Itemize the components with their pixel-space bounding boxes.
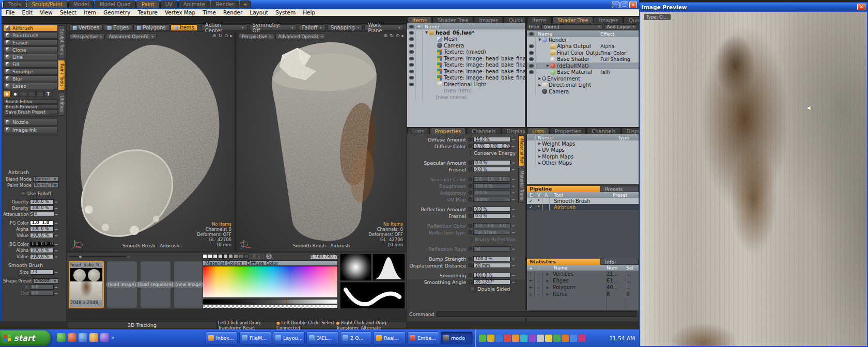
tray-icon[interactable] — [504, 335, 511, 342]
mini-slider-icon[interactable]: ◄► — [54, 243, 58, 246]
mini-slider-icon[interactable]: ◄► — [54, 207, 58, 210]
tool-button[interactable]: Smudge — [3, 68, 58, 75]
swatch[interactable] — [234, 254, 238, 259]
shader-row[interactable]: Camera — [527, 88, 639, 95]
panel-tab[interactable]: Items — [527, 17, 552, 23]
enable-check-icon[interactable]: ✓ — [527, 198, 535, 204]
menu-item[interactable]: Render — [220, 9, 246, 16]
out-field[interactable]: 0.0 — [30, 291, 54, 296]
panel-tab[interactable]: Lists — [407, 128, 429, 134]
panel-tab[interactable]: Channels — [467, 128, 501, 134]
poly-tip-button[interactable]: ▱ — [36, 91, 44, 97]
swatch[interactable] — [239, 254, 243, 259]
prop-field[interactable]: 100.0 % — [30, 227, 54, 232]
tray-icon[interactable] — [570, 335, 577, 342]
eye-icon[interactable] — [529, 64, 534, 68]
tray-icon[interactable] — [529, 335, 536, 342]
envelope-toggle[interactable] — [468, 224, 472, 228]
envelope-toggle[interactable] — [468, 191, 472, 195]
quick-launch-icon[interactable] — [57, 333, 66, 342]
expander-icon[interactable]: ▶ — [542, 292, 553, 296]
mini-slider-icon[interactable]: ◄► — [510, 224, 516, 227]
envelope-toggle[interactable] — [468, 137, 472, 141]
name-column-header[interactable]: Name — [536, 31, 552, 37]
image-slot-button[interactable]: (load sequence) — [140, 261, 171, 308]
preview-type-label[interactable]: Type: Cl... — [644, 14, 671, 20]
enable-check-icon[interactable]: ✓ — [527, 204, 535, 210]
panel-tab[interactable]: Images — [594, 17, 623, 23]
item-row[interactable]: (new scene) — [407, 94, 525, 101]
mini-slider-icon[interactable]: ◄► — [510, 231, 516, 234]
viewport-tab[interactable]: Model — [68, 1, 94, 8]
shader-row[interactable]: Base Shader Full Shading — [527, 56, 639, 63]
mini-slider-icon[interactable]: ◄► — [54, 234, 58, 237]
eye-icon[interactable] — [529, 70, 534, 74]
envelope-toggle[interactable] — [468, 214, 472, 218]
pipeline-row[interactable]: ✓ • Airbrush — [527, 204, 639, 210]
map-list-row[interactable]: ▶ Weight Maps — [527, 140, 639, 147]
shader-row[interactable]: ▶ Directional Light — [527, 82, 639, 89]
viewport-tab[interactable]: Model Quad — [95, 1, 136, 8]
envelope-toggle[interactable] — [468, 144, 472, 148]
taskbar-button[interactable]: Emba... — [407, 332, 439, 344]
viewport-menu-icon[interactable]: ▸ — [230, 33, 233, 38]
mini-slider-icon[interactable]: ◄► — [510, 168, 516, 171]
orbit-icon[interactable]: ↻ — [390, 33, 394, 38]
property-field[interactable]: 0.0 % — [473, 213, 510, 218]
property-field[interactable]: 0.0 % — [473, 160, 510, 165]
property-field[interactable]: 100.0 % — [473, 183, 510, 188]
close-button[interactable]: ✕ — [629, 2, 637, 8]
shader-row[interactable]: Alpha Output Alpha — [527, 43, 639, 50]
tool-button[interactable]: Blur — [3, 75, 58, 82]
toolbar-dropdown[interactable]: Falloff▾ — [299, 24, 326, 31]
panel-tab[interactable]: Items — [407, 17, 432, 23]
envelope-toggle[interactable] — [468, 247, 472, 251]
mini-slider-icon[interactable]: ◄► — [54, 222, 58, 225]
material-vertical-tab[interactable]: Material Trans — [518, 168, 524, 203]
pipeline-row[interactable]: ✓ • Smooth Brush — [527, 198, 639, 204]
expander-icon[interactable]: ▶ — [537, 154, 542, 159]
shader-row[interactable]: Base Material (all) — [527, 69, 639, 76]
prop-field[interactable]: 0.0 0.0 0.0 — [30, 242, 54, 247]
taskbar-button[interactable]: modo — [441, 332, 473, 344]
pan-icon[interactable]: ⊕ — [212, 33, 216, 38]
toolbar-dropdown[interactable]: Symmetry: Off▾ — [249, 24, 297, 31]
tool-button[interactable]: Airbrush — [3, 25, 58, 31]
shader-row[interactable]: ▼ Render — [527, 37, 639, 43]
tool-button[interactable]: Fill — [3, 61, 58, 68]
filter-select[interactable]: (none)▾ — [541, 24, 602, 30]
menu-item[interactable]: Texture — [134, 9, 161, 16]
menu-item[interactable]: Time — [199, 9, 220, 16]
viewport-tab[interactable]: Animate — [178, 1, 210, 8]
mini-slider-icon[interactable]: ◄► — [54, 200, 58, 203]
menu-item[interactable]: Vertex Map — [161, 9, 199, 16]
brush-link[interactable]: Save Brush Preset — [3, 109, 58, 114]
viewport-tab[interactable]: Render — [211, 1, 240, 8]
item-row[interactable]: Texture: Image: head_bake_final_02d (6) — [407, 75, 525, 82]
menu-item[interactable]: Geometry — [100, 9, 134, 16]
expander-icon[interactable]: ▶ — [537, 148, 542, 152]
item-row[interactable]: Camera — [407, 42, 525, 49]
projection-button[interactable]: Perspective▾ — [239, 34, 274, 39]
item-row[interactable]: Texture: (mixed) — [407, 49, 525, 56]
item-row[interactable]: Texture: Image: head_bake_final_02d (3) — [407, 55, 525, 62]
shader-row[interactable]: ▶ (defaultMat) — [527, 62, 639, 69]
panel-tab[interactable]: Quick Tips — [504, 17, 525, 23]
viewport-left[interactable]: Perspective▾ Advanced OpenGL▾ ⊕↻⊙▸ — [67, 32, 236, 251]
envelope-toggle[interactable] — [468, 263, 472, 267]
property-field[interactable]: 15.0 % — [473, 137, 510, 142]
ink-button[interactable]: Image Ink — [3, 127, 58, 133]
menu-item[interactable]: View — [36, 9, 56, 16]
property-field[interactable]: 0.0 % — [473, 207, 510, 212]
soft-tip-button[interactable] — [3, 91, 11, 97]
taskbar-button[interactable]: Inbox... — [206, 332, 238, 344]
prop-field[interactable]: 100.0 % — [30, 206, 54, 211]
stone-mesh-right[interactable] — [246, 36, 401, 243]
menu-item[interactable]: Item — [80, 9, 100, 16]
pipeline-header[interactable]: Pipeline — [527, 186, 600, 192]
swatch[interactable] — [213, 254, 218, 259]
swatch-empty[interactable] — [254, 254, 259, 259]
type-column-header[interactable]: Type — [618, 135, 639, 140]
panel-tab[interactable]: Quick Tips — [624, 17, 639, 23]
envelope-toggle[interactable] — [468, 167, 472, 171]
